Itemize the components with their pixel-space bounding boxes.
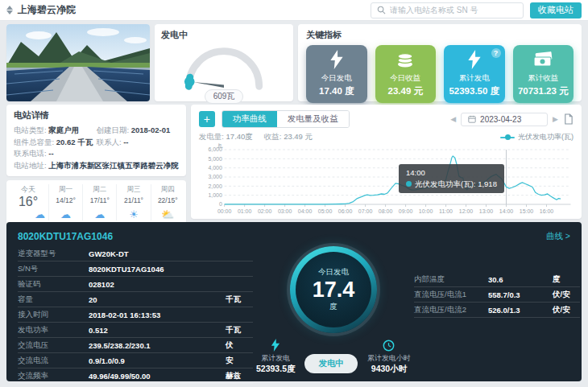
prev-day-icon[interactable]: ◀ xyxy=(450,115,456,123)
gauge-needle xyxy=(193,82,224,88)
svg-text:5,000: 5,000 xyxy=(208,155,222,163)
detail-value: 家庭户用 xyxy=(48,126,79,134)
circular-gauge: 今日发电 17.4 度 xyxy=(290,246,377,333)
selected-date: 2023-04-23 xyxy=(480,115,521,124)
weather-temp: 14/12° xyxy=(56,196,76,204)
search-input[interactable] xyxy=(390,6,517,14)
kpi-value: 52393.50 度 xyxy=(449,85,499,97)
detail-value: 20.62 千瓦 xyxy=(56,138,93,146)
kpi-total-income: 累计收益 70731.23 元 xyxy=(513,45,574,103)
svg-text:11:00: 11:00 xyxy=(439,208,453,215)
cloud-icon: ☁ xyxy=(35,209,45,220)
svg-text:10:00: 10:00 xyxy=(419,208,433,215)
coins-icon xyxy=(395,45,416,73)
svg-text:16:00: 16:00 xyxy=(540,208,553,215)
stat-label: 累计发电 xyxy=(261,353,290,364)
weather-day-label: 周二 xyxy=(93,185,106,195)
kpi-label: 累计收益 xyxy=(528,73,558,84)
gauge-label: 今日发电 xyxy=(318,267,349,278)
weather-card: 今天 16° ☁ 周一 14/12° ☁ 周二 17/11° ☁ 周三 21/1… xyxy=(6,180,186,224)
search-icon xyxy=(377,6,386,14)
gauge-cap-dot xyxy=(184,76,195,87)
svg-text:15:00: 15:00 xyxy=(520,208,533,215)
svg-text:07:00: 07:00 xyxy=(358,208,372,215)
svg-text:6,000: 6,000 xyxy=(208,146,222,153)
svg-text:2,000: 2,000 xyxy=(208,183,222,190)
table-row: 交流电流0.9/1.0/0.9安 xyxy=(18,353,253,368)
weather-temp: 21/11° xyxy=(124,196,143,204)
bolt-icon xyxy=(271,339,280,352)
detail-label: 电站类型: xyxy=(14,126,47,134)
detail-label: 联系人: xyxy=(96,138,121,146)
detail-value: 2018-02-01 xyxy=(131,126,171,134)
svg-text:06:00: 06:00 xyxy=(338,208,352,215)
table-row: 直流电压/电流2526.0/1.3伏/安 xyxy=(414,303,580,318)
tooltip-value: 光伏发电功率(瓦): 1,918 xyxy=(415,179,497,188)
table-row: 逆变器型号GW20K-DT xyxy=(18,246,253,261)
station-name: 上海碧云净院 xyxy=(18,3,76,17)
favorite-station-button[interactable]: 收藏电站 xyxy=(530,2,582,19)
curve-link[interactable]: 曲线 > xyxy=(546,231,570,242)
table-row: 发电功率0.512千瓦 xyxy=(18,323,253,338)
chart-tabs: 功率曲线 发电量及收益 xyxy=(222,110,350,128)
tab-power-curve[interactable]: 功率曲线 xyxy=(222,111,277,127)
kpi-today-income: 今日收益 23.49 元 xyxy=(375,45,437,103)
next-day-icon[interactable]: ▶ xyxy=(553,115,558,123)
svg-text:05:00: 05:00 xyxy=(318,208,332,215)
inverter-panel: 8020KDTU17AG1046 曲线 > 逆变器型号GW20K-DT S/N号… xyxy=(6,222,582,381)
weather-day-label: 周一 xyxy=(59,185,72,195)
kpi-label: 今日收益 xyxy=(390,73,420,84)
export-icon[interactable] xyxy=(563,113,574,125)
kpi-label: 今日发电 xyxy=(321,73,352,84)
sun-cloud-icon: ⛅ xyxy=(161,209,174,220)
power-curve-chart[interactable]: 瓦01,0002,0003,0004,0005,0006,00000:0001:… xyxy=(199,143,574,223)
detail-value: -- xyxy=(48,149,53,158)
svg-text:12:00: 12:00 xyxy=(459,208,473,215)
tab-energy-income[interactable]: 发电量及收益 xyxy=(277,111,349,127)
table-row: 内部温度30.6度 xyxy=(414,272,580,287)
table-row: 验证码028102 xyxy=(18,277,253,292)
generation-label: 发电量: xyxy=(199,132,224,141)
kpi-today-generation: 今日发电 17.40 度 xyxy=(306,45,367,103)
table-row: S/N号8020KDTU17AG1046 xyxy=(18,261,253,277)
generation-hours-stat: 累计发电小时 9430小时 xyxy=(367,340,411,375)
kpi-value: 17.40 度 xyxy=(319,85,354,97)
solar-farm-image xyxy=(6,24,150,101)
cloud-icon: ☁ xyxy=(94,209,105,220)
current-power-card: 发电中 609瓦 xyxy=(155,24,293,101)
calendar-icon xyxy=(468,115,476,123)
bolt-icon xyxy=(329,45,344,73)
station-search[interactable] xyxy=(371,2,524,19)
legend-dot-icon xyxy=(406,181,412,187)
sun-icon: ☀ xyxy=(129,209,139,220)
producing-status-button: 发电中 xyxy=(304,354,358,373)
svg-text:04:00: 04:00 xyxy=(298,208,312,215)
kpi-value: 70731.23 元 xyxy=(518,85,569,97)
svg-text:3,000: 3,000 xyxy=(208,173,222,180)
chart-tooltip: 14:00 光伏发电功率(瓦): 1,918 xyxy=(399,164,504,193)
add-curve-button[interactable]: + xyxy=(199,111,215,127)
svg-text:4,000: 4,000 xyxy=(208,164,222,171)
help-icon[interactable]: ? xyxy=(491,48,501,58)
solar-dashboard: 上海碧云净院 收藏电站 xyxy=(0,0,588,387)
bolt-icon xyxy=(467,45,482,73)
station-switcher-icon[interactable] xyxy=(6,6,13,14)
weather-today: 今天 16° ☁ xyxy=(8,184,48,220)
svg-text:01:00: 01:00 xyxy=(238,208,251,215)
weather-day: 周二 17/11° ☁ xyxy=(82,184,116,220)
station-address: 上海市浦东新区张江镇五季路碧云净院 xyxy=(48,161,179,170)
date-picker[interactable]: 2023-04-23 xyxy=(461,113,548,126)
kpi-total-generation: ? 累计发电 52393.50 度 xyxy=(444,45,505,103)
legend-line-icon xyxy=(500,137,515,138)
tooltip-time: 14:00 xyxy=(406,167,497,179)
cloud-icon: ☁ xyxy=(60,209,71,220)
stat-value: 52393.5度 xyxy=(256,364,295,375)
svg-text:14:00: 14:00 xyxy=(499,208,513,215)
kpi-value: 23.49 元 xyxy=(388,85,423,97)
power-gauge xyxy=(174,39,274,94)
table-row: 直流电压/电流1558.7/0.3伏/安 xyxy=(414,287,580,303)
detail-label: 电站地址: xyxy=(14,161,47,170)
legend-label: 光伏发电功率(瓦) xyxy=(518,132,574,142)
weather-day: 周四 22/15° ⛅ xyxy=(151,184,184,220)
weather-day: 周三 21/11° ☀ xyxy=(116,184,150,220)
